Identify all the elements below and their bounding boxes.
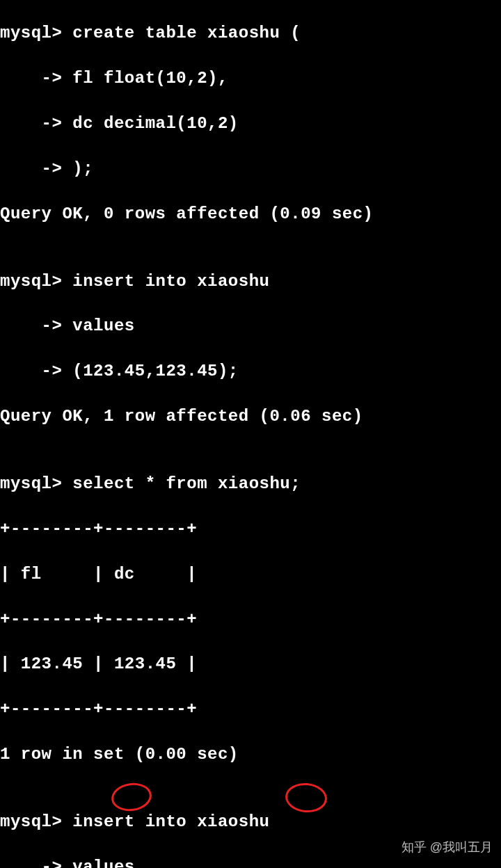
terminal-line: -> dc decimal(10,2) <box>0 113 501 135</box>
terminal-output: mysql> create table xiaoshu ( -> fl floa… <box>0 0 501 868</box>
terminal-line: Query OK, 0 rows affected (0.09 sec) <box>0 203 501 225</box>
terminal-line: mysql> insert into xiaoshu <box>0 271 501 293</box>
terminal-line: -> fl float(10,2), <box>0 67 501 90</box>
terminal-line: 1 row in set (0.00 sec) <box>0 744 501 766</box>
terminal-line: -> values <box>0 315 501 337</box>
terminal-line: mysql> select * from xiaoshu; <box>0 473 501 495</box>
terminal-line: +--------+--------+ <box>0 518 501 540</box>
terminal-line: -> ); <box>0 158 501 180</box>
terminal-line: mysql> insert into xiaoshu <box>0 811 501 833</box>
terminal-line: -> values <box>0 856 501 868</box>
terminal-line: | fl | dc | <box>0 563 501 586</box>
terminal-line: | 123.45 | 123.45 | <box>0 653 501 675</box>
terminal-line: Query OK, 1 row affected (0.06 sec) <box>0 405 501 428</box>
watermark-text: 知乎 @我叫五月 <box>401 839 493 855</box>
terminal-line: -> (123.45,123.45); <box>0 360 501 383</box>
terminal-line: mysql> create table xiaoshu ( <box>0 22 501 45</box>
terminal-line: +--------+--------+ <box>0 609 501 631</box>
terminal-line: +--------+--------+ <box>0 698 501 721</box>
